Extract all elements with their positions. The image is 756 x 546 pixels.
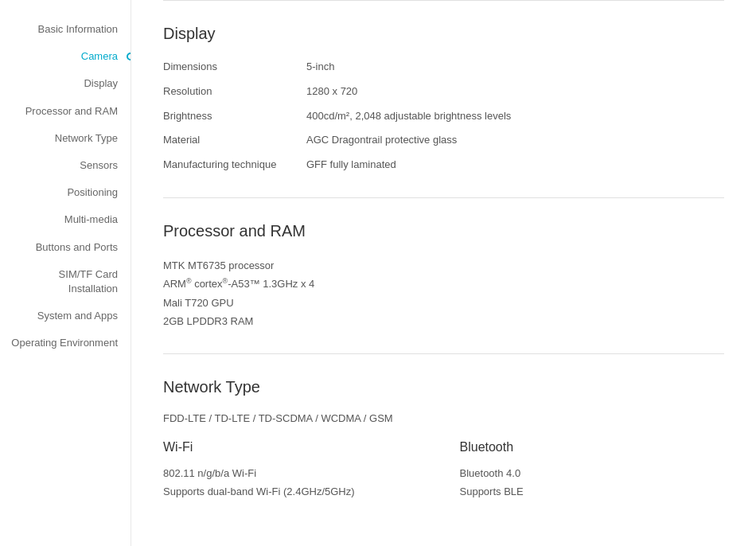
sidebar-item-system-apps[interactable]: System and Apps xyxy=(0,302,131,330)
spec-label: Manufacturing technique xyxy=(163,157,306,174)
sidebar-item-processor-ram[interactable]: Processor and RAM xyxy=(0,98,131,125)
spec-label: Dimensions xyxy=(163,59,306,76)
display-section: Display Dimensions5-inchResolution1280 x… xyxy=(163,1,724,198)
processor-line: Mali T720 GPU xyxy=(163,294,724,312)
sidebar-item-sensors[interactable]: Sensors xyxy=(0,152,131,179)
wifi-lines: 802.11 n/g/b/a Wi-FiSupports dual-band W… xyxy=(163,464,428,501)
spec-row: Brightness400cd/m², 2,048 adjustable bri… xyxy=(163,108,724,125)
network-type-value: FDD-LTE / TD-LTE / TD-SCDMA / WCDMA / GS… xyxy=(163,412,724,424)
network-title: Network Type xyxy=(163,378,724,396)
bluetooth-col: Bluetooth Bluetooth 4.0Supports BLE xyxy=(460,440,725,501)
spec-row: Manufacturing techniqueGFF fully laminat… xyxy=(163,157,724,174)
bluetooth-line: Bluetooth 4.0 xyxy=(460,464,725,482)
bluetooth-title: Bluetooth xyxy=(460,440,725,454)
spec-label: Brightness xyxy=(163,108,306,125)
network-two-col: Wi-Fi 802.11 n/g/b/a Wi-FiSupports dual-… xyxy=(163,440,724,501)
sidebar-item-positioning[interactable]: Positioning xyxy=(0,179,131,206)
wifi-line: Supports dual-band Wi-Fi (2.4GHz/5GHz) xyxy=(163,482,428,501)
processor-section: Processor and RAM MTK MT6735 processorAR… xyxy=(163,198,724,354)
spec-row: MaterialAGC Dragontrail protective glass xyxy=(163,132,724,149)
processor-specs: MTK MT6735 processorARM® cortex®-A53™ 1.… xyxy=(163,256,724,331)
spec-row: Dimensions5-inch xyxy=(163,59,724,76)
sidebar-item-operating-env[interactable]: Operating Environment xyxy=(0,330,131,357)
processor-title: Processor and RAM xyxy=(163,222,724,240)
sidebar-item-sim-card[interactable]: SIM/TF Card Installation xyxy=(0,261,131,302)
sidebar: Basic InformationCameraDisplayProcessor … xyxy=(0,0,131,546)
main-content: Display Dimensions5-inchResolution1280 x… xyxy=(131,0,756,546)
display-title: Display xyxy=(163,25,724,43)
sidebar-item-buttons-ports[interactable]: Buttons and Ports xyxy=(0,234,131,261)
spec-label: Material xyxy=(163,132,306,149)
processor-line: 2GB LPDDR3 RAM xyxy=(163,312,724,330)
processor-line: ARM® cortex®-A53™ 1.3GHz x 4 xyxy=(163,275,724,294)
display-specs: Dimensions5-inchResolution1280 x 720Brig… xyxy=(163,59,724,174)
bluetooth-line: Supports BLE xyxy=(460,482,725,501)
sidebar-item-network-type[interactable]: Network Type xyxy=(0,125,131,152)
network-section: Network Type FDD-LTE / TD-LTE / TD-SCDMA… xyxy=(163,354,724,517)
sidebar-item-basic-information[interactable]: Basic Information xyxy=(0,16,131,43)
spec-value: GFF fully laminated xyxy=(306,157,724,174)
spec-value: AGC Dragontrail protective glass xyxy=(306,132,724,149)
sidebar-item-multi-media[interactable]: Multi-media xyxy=(0,206,131,233)
sidebar-item-display[interactable]: Display xyxy=(0,70,131,97)
spec-value: 1280 x 720 xyxy=(306,84,724,100)
processor-line: MTK MT6735 processor xyxy=(163,256,724,275)
sidebar-item-camera[interactable]: Camera xyxy=(0,43,131,70)
spec-row: Resolution1280 x 720 xyxy=(163,84,724,100)
wifi-line: 802.11 n/g/b/a Wi-Fi xyxy=(163,464,428,482)
bluetooth-lines: Bluetooth 4.0Supports BLE xyxy=(460,464,725,501)
spec-value: 5-inch xyxy=(306,59,724,76)
wifi-col: Wi-Fi 802.11 n/g/b/a Wi-FiSupports dual-… xyxy=(163,440,428,501)
wifi-title: Wi-Fi xyxy=(163,440,428,454)
spec-label: Resolution xyxy=(163,84,306,100)
spec-value: 400cd/m², 2,048 adjustable brightness le… xyxy=(306,108,724,125)
